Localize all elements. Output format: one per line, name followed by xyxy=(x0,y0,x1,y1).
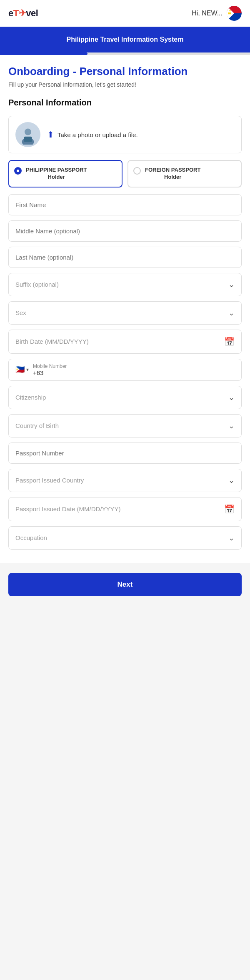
sex-placeholder: Sex xyxy=(15,309,26,316)
country-of-birth-chevron-icon: ⌄ xyxy=(228,421,235,430)
suffix-placeholder: Suffix (optional) xyxy=(15,281,59,288)
header-right: Hi, NEW... xyxy=(192,6,242,21)
avatar xyxy=(15,122,40,147)
page-title: Onboarding - Personal Information xyxy=(8,65,242,78)
first-name-field[interactable] xyxy=(8,194,242,215)
passport-issued-country-chevron-icon: ⌄ xyxy=(228,476,235,485)
passport-issued-date-field[interactable]: Passport Issued Date (MM/DD/YYYY) 📅 xyxy=(8,497,242,521)
mobile-flag: 🇵🇭 ▾ xyxy=(15,365,29,374)
occupation-placeholder: Occupation xyxy=(15,534,47,541)
citizenship-placeholder: Citizenship xyxy=(15,394,46,401)
sex-chevron-icon: ⌄ xyxy=(228,308,235,318)
occupation-field[interactable]: Occupation ⌄ xyxy=(8,526,242,550)
app-logo: eT✈vel xyxy=(8,8,38,19)
passport-issued-country-placeholder: Passport Issued Country xyxy=(15,477,84,484)
logo-avel: vel xyxy=(26,8,38,19)
upload-icon: ⬆ xyxy=(47,130,54,140)
sex-field[interactable]: Sex ⌄ xyxy=(8,301,242,325)
greeting-text: Hi, NEW... xyxy=(192,10,222,17)
citizenship-chevron-icon: ⌄ xyxy=(228,393,235,402)
passport-number-input[interactable] xyxy=(15,450,235,457)
logo-tr: T xyxy=(13,8,19,19)
page-subtitle: Fill up your Personal information, let's… xyxy=(8,81,242,88)
flag-icon xyxy=(227,6,242,21)
birth-date-placeholder: Birth Date (MM/DD/YYYY) xyxy=(15,338,89,345)
passport-issued-country-field[interactable]: Passport Issued Country ⌄ xyxy=(8,469,242,492)
passport-option-ph[interactable]: PHILIPPINE PASSPORTHolder xyxy=(8,160,122,188)
radio-ph xyxy=(14,167,22,175)
svg-point-3 xyxy=(229,12,231,15)
passport-number-field[interactable] xyxy=(8,442,242,464)
logo-e: e xyxy=(8,8,13,19)
mobile-label: Mobile Number xyxy=(33,363,67,369)
middle-name-input[interactable] xyxy=(15,228,235,235)
occupation-chevron-icon: ⌄ xyxy=(228,533,235,542)
passport-issued-date-calendar-icon: 📅 xyxy=(224,504,235,514)
country-of-birth-placeholder: Country of Birth xyxy=(15,422,59,429)
suffix-chevron-icon: ⌄ xyxy=(228,280,235,289)
citizenship-field[interactable]: Citizenship ⌄ xyxy=(8,386,242,409)
svg-point-6 xyxy=(25,129,31,135)
birth-date-field[interactable]: Birth Date (MM/DD/YYYY) 📅 xyxy=(8,330,242,354)
progress-fill xyxy=(0,52,88,55)
banner-title: Philippine Travel Information System xyxy=(67,36,184,43)
passport-label-ph: PHILIPPINE PASSPORTHolder xyxy=(26,167,87,181)
mobile-info: Mobile Number +63 xyxy=(33,363,67,376)
mobile-chevron-icon: ▾ xyxy=(26,367,29,372)
passport-issued-date-placeholder: Passport Issued Date (MM/DD/YYYY) xyxy=(15,505,121,512)
birth-date-calendar-icon: 📅 xyxy=(224,337,235,347)
next-button[interactable]: Next xyxy=(8,573,242,596)
last-name-input[interactable] xyxy=(15,254,235,261)
mobile-field[interactable]: 🇵🇭 ▾ Mobile Number +63 xyxy=(8,359,242,381)
upload-text-container: ⬆ Take a photo or upload a file. xyxy=(47,130,138,140)
mobile-code: +63 xyxy=(33,369,67,376)
photo-upload[interactable]: ⬆ Take a photo or upload a file. xyxy=(8,116,242,153)
passport-option-foreign[interactable]: FOREIGN PASSPORTHolder xyxy=(128,160,242,188)
country-of-birth-field[interactable]: Country of Birth ⌄ xyxy=(8,414,242,438)
last-name-field[interactable] xyxy=(8,247,242,268)
logo-plane: ✈ xyxy=(19,8,26,19)
first-name-input[interactable] xyxy=(15,201,235,208)
svg-rect-8 xyxy=(24,137,32,142)
app-header: eT✈vel Hi, NEW... xyxy=(0,0,250,27)
radio-foreign xyxy=(133,167,141,175)
section-title: Personal Information xyxy=(8,98,242,108)
passport-label-foreign: FOREIGN PASSPORTHolder xyxy=(145,167,200,181)
middle-name-field[interactable] xyxy=(8,220,242,242)
progress-bar xyxy=(0,52,250,55)
passport-type-row: PHILIPPINE PASSPORTHolder FOREIGN PASSPO… xyxy=(8,160,242,188)
progress-empty xyxy=(88,52,250,55)
suffix-field[interactable]: Suffix (optional) ⌄ xyxy=(8,273,242,296)
upload-label: Take a photo or upload a file. xyxy=(58,131,138,138)
ph-flag-emoji: 🇵🇭 xyxy=(15,365,25,374)
main-content: Onboarding - Personal Information Fill u… xyxy=(0,55,250,563)
banner: Philippine Travel Information System xyxy=(0,27,250,52)
